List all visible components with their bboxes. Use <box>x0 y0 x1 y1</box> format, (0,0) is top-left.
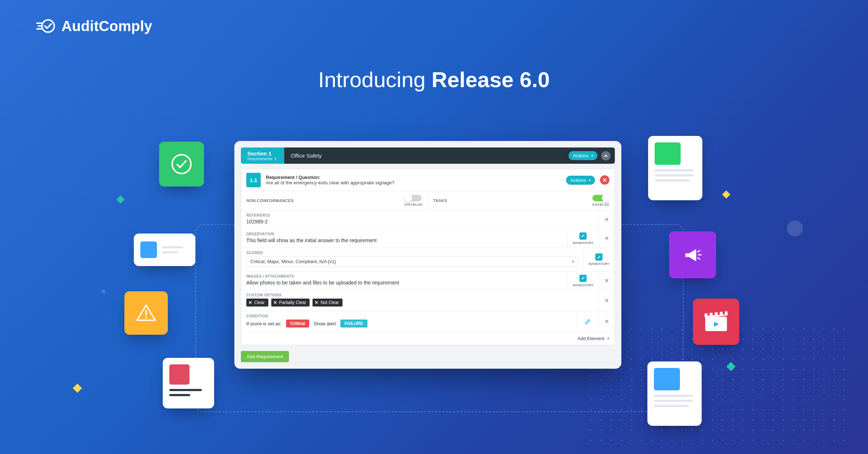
svg-point-6 <box>145 317 147 318</box>
svg-rect-11 <box>717 311 720 315</box>
tile-video-icon <box>693 299 739 345</box>
remove-observation-button[interactable]: ✕ <box>599 229 614 248</box>
requirement-number-badge: 1.1 <box>246 173 261 187</box>
svg-point-0 <box>42 20 54 32</box>
images-value: Allow photos to be taken and files to be… <box>246 280 562 286</box>
brand-logo: AuditComply <box>36 16 152 36</box>
remove-tag-icon[interactable]: ✕ <box>315 300 318 305</box>
reference-value[interactable]: 102989-2 <box>246 219 593 224</box>
observation-value[interactable]: This field will show as the initial answ… <box>246 237 562 243</box>
pencil-icon <box>584 318 591 325</box>
brand-mark-icon <box>36 16 56 36</box>
remove-tag-icon[interactable]: ✕ <box>273 300 277 305</box>
section-actions-button[interactable]: Actions▾ <box>569 151 597 160</box>
svg-point-4 <box>172 155 191 174</box>
add-requirement-button[interactable]: Add Requirement <box>241 351 289 362</box>
requirement-actions-button[interactable]: Actions▾ <box>566 176 595 185</box>
remove-reference-button[interactable]: ✕ <box>599 210 614 229</box>
custom-option-tag[interactable]: ✕Clear <box>246 299 268 307</box>
remove-tag-icon[interactable]: ✕ <box>248 300 252 305</box>
remove-images-button[interactable]: ✕ <box>599 271 614 290</box>
nonconformances-toggle[interactable] <box>405 195 422 201</box>
condition-field: CONDITION If score is set as: Critical S… <box>241 311 614 332</box>
nonconformances-status: DISABLED <box>404 203 422 206</box>
app-panel: Section 1 Requirements: 1 Office Safety … <box>234 141 621 369</box>
tasks-status: ENABLED <box>592 203 609 206</box>
chevron-down-icon: ▾ <box>589 178 591 182</box>
chevron-up-icon <box>604 154 608 158</box>
tile-megaphone-icon <box>669 231 716 278</box>
tile-doc-card <box>163 358 214 408</box>
nonconformances-label: NON-CONFORMANCES <box>246 198 294 203</box>
svg-rect-10 <box>712 312 715 316</box>
bubble-decor <box>787 220 803 236</box>
requirement-text: Are all of the emergency exits clear wit… <box>266 180 395 185</box>
bubble-decor <box>101 289 106 294</box>
requirement-heading: Requirement / Question: <box>266 175 395 180</box>
images-field: IMAGES / ATTACHMENTS Allow photos to be … <box>241 271 614 290</box>
tile-doc-card <box>134 234 195 266</box>
svg-rect-9 <box>707 312 710 316</box>
scored-field: SCORED Critical, Major, Minor, Compliant… <box>241 248 614 271</box>
toggles-row: NON-CONFORMANCES DISABLED TASKS ENABLED <box>241 191 614 210</box>
condition-score-pill: Critical <box>286 320 310 327</box>
section-tab[interactable]: Section 1 Requirements: 1 <box>241 147 284 164</box>
sparkle-icon <box>722 190 731 199</box>
remove-condition-button[interactable]: ✕ <box>599 311 614 332</box>
check-circle-icon <box>170 153 193 175</box>
scored-mandatory-checkbox[interactable]: ✓ <box>595 253 603 261</box>
add-element-row: Add Element ▾ <box>241 332 614 345</box>
brand-name: AuditComply <box>61 18 152 34</box>
delete-requirement-button[interactable] <box>600 175 609 185</box>
chevron-down-icon: ▾ <box>572 259 574 264</box>
tile-warning-icon <box>124 291 168 335</box>
close-icon <box>603 178 607 182</box>
edit-condition-button[interactable] <box>576 311 599 332</box>
sparkle-icon <box>73 384 82 393</box>
images-mandatory-checkbox[interactable]: ✓ <box>579 275 587 282</box>
requirement-card: 1.1 Requirement / Question: Are all of t… <box>241 169 615 345</box>
clapper-icon <box>703 310 729 333</box>
observation-field: OBSERVATION This field will show as the … <box>241 229 614 248</box>
tile-doc-card <box>648 136 702 200</box>
tasks-label: TASKS <box>433 198 447 203</box>
reference-field: REFERENCE 102989-2 ✕ <box>241 210 614 229</box>
section-title: Office Safety <box>284 147 564 164</box>
remove-custom-options-button[interactable]: ✕ <box>599 290 614 311</box>
add-element-dropdown[interactable]: Add Element ▾ <box>578 336 609 341</box>
sparkle-icon <box>116 196 125 204</box>
custom-option-tag[interactable]: ✕Not Clear <box>312 299 342 307</box>
scored-select[interactable]: Critical, Major, Minor, Compliant, N/A [… <box>246 256 578 267</box>
svg-rect-12 <box>722 311 725 315</box>
custom-options-field: CUSTOM OPTIONS ✕Clear ✕Partially Clear ✕… <box>241 290 614 311</box>
chevron-down-icon: ▾ <box>591 154 593 158</box>
tasks-toggle[interactable] <box>592 195 609 201</box>
tile-doc-card <box>647 361 702 426</box>
condition-alert-pill: FAILURE <box>340 320 367 327</box>
custom-option-tag[interactable]: ✕Partially Clear <box>271 299 310 307</box>
chevron-down-icon: ▾ <box>607 336 609 341</box>
megaphone-icon <box>681 243 704 266</box>
section-header: Section 1 Requirements: 1 Office Safety … <box>241 147 615 164</box>
warning-icon <box>135 302 157 324</box>
requirement-header: 1.1 Requirement / Question: Are all of t… <box>241 169 614 191</box>
observation-mandatory-checkbox[interactable]: ✓ <box>579 232 587 240</box>
collapse-section-button[interactable] <box>601 151 610 160</box>
hero-title: Introducing Release 6.0 <box>0 67 868 92</box>
tile-success-icon <box>159 142 204 187</box>
